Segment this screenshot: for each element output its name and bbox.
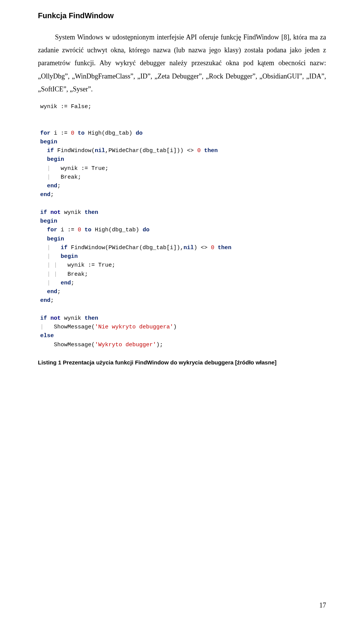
section-title: Funkcja FindWindow [38, 11, 326, 20]
code-line [40, 111, 326, 120]
code-line: if not wynik then [40, 314, 326, 323]
code-line: | | Break; [40, 270, 326, 279]
code-line: ShowMessage('Wykryto debugger'); [40, 341, 326, 349]
code-line: begin [40, 217, 326, 226]
code-line: if not wynik then [40, 208, 326, 217]
code-line: for i := 0 to High(dbg_tab) do [40, 129, 326, 138]
code-line: wynik := False; [40, 102, 326, 111]
code-line: | Break; [40, 173, 326, 182]
code-line: | wynik := True; [40, 164, 326, 173]
code-block: wynik := False; for i := 0 to High(dbg_t… [38, 102, 326, 349]
code-line: begin [40, 138, 326, 146]
code-line: end; [40, 182, 326, 190]
code-line [40, 199, 326, 208]
code-line [40, 305, 326, 314]
code-line: | | wynik := True; [40, 261, 326, 270]
code-line: end; [40, 190, 326, 199]
page: Funkcja FindWindow System Windows w udos… [0, 0, 364, 617]
code-line: | ShowMessage('Nie wykryto debuggera') [40, 323, 326, 331]
code-line: for i := 0 to High(dbg_tab) do [40, 226, 326, 234]
body-paragraph: System Windows w udostępnionym interfejs… [38, 31, 326, 96]
code-line: begin [40, 235, 326, 243]
code-line: if FindWindow(nil,PWideChar(dbg_tab[i]))… [40, 146, 326, 155]
code-line [40, 120, 326, 129]
code-line: end; [40, 287, 326, 296]
code-line: | if FindWindow(PWideChar(dbg_tab[i]),ni… [40, 243, 326, 252]
code-line: begin [40, 155, 326, 164]
page-number: 17 [319, 601, 326, 609]
code-line: | begin [40, 252, 326, 261]
code-line: | end; [40, 279, 326, 287]
listing-caption: Listing 1 Prezentacja użycia funkcji Fin… [38, 359, 326, 366]
code-line: else [40, 331, 326, 340]
code-line: end; [40, 296, 326, 305]
